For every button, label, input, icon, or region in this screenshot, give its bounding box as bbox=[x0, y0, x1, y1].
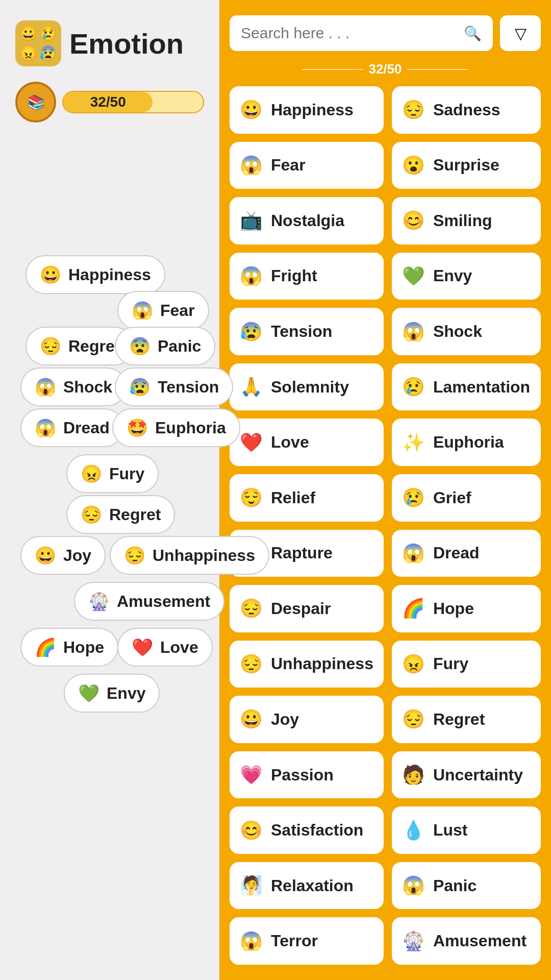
item-label: Uncertainty bbox=[433, 766, 523, 785]
grid-item[interactable]: 😢Grief bbox=[392, 474, 541, 522]
item-label: Joy bbox=[271, 710, 299, 729]
item-emoji: 😱 bbox=[240, 155, 263, 176]
grid-item[interactable]: 😱Dread bbox=[392, 530, 541, 577]
grid-item[interactable]: 😮Surprise bbox=[392, 142, 541, 189]
grid-item[interactable]: 😠Fury bbox=[392, 641, 541, 688]
item-emoji: 😠 bbox=[402, 653, 425, 675]
grid-item[interactable]: 😀Happiness bbox=[230, 86, 384, 134]
left-chip[interactable]: 😱Dread bbox=[20, 408, 124, 447]
item-label: Fright bbox=[271, 266, 317, 285]
item-label: Grief bbox=[433, 488, 471, 507]
item-emoji: 😢 bbox=[402, 487, 425, 508]
left-chip[interactable]: 😱Fear bbox=[117, 291, 209, 330]
item-emoji: 😱 bbox=[402, 875, 425, 896]
grid-item[interactable]: 😢Lamentation bbox=[392, 363, 541, 411]
item-label: Tension bbox=[271, 322, 332, 341]
item-label: Shock bbox=[433, 322, 482, 341]
item-emoji: 🙏 bbox=[240, 376, 263, 398]
grid-item[interactable]: 😱Terror bbox=[230, 917, 384, 965]
item-emoji: 😔 bbox=[402, 99, 425, 120]
item-emoji: 💗 bbox=[240, 764, 263, 786]
score-value: 32/50 bbox=[368, 61, 402, 77]
left-chip[interactable]: 😀Happiness bbox=[26, 255, 165, 294]
left-chip[interactable]: 😨Panic bbox=[115, 327, 215, 365]
chip-label: Unhappiness bbox=[153, 546, 255, 565]
search-bar: 🔍 ▽ bbox=[230, 15, 541, 51]
left-chip[interactable]: 🌈Hope bbox=[20, 628, 118, 667]
right-panel: 🔍 ▽ 32/50 😀Happiness😔Sadness😱Fear😮Surpri… bbox=[219, 0, 551, 980]
item-emoji: 😀 bbox=[240, 99, 263, 120]
search-input[interactable] bbox=[241, 24, 458, 42]
grid-item[interactable]: 📺Nostalgia bbox=[230, 197, 384, 244]
grid-item[interactable]: 😊Smiling bbox=[392, 197, 541, 244]
grid-item[interactable]: 😱Fear bbox=[230, 142, 384, 189]
item-emoji: 😊 bbox=[402, 210, 425, 231]
grid-item[interactable]: 💗Passion bbox=[230, 751, 384, 799]
grid-item[interactable]: 😱Panic bbox=[392, 862, 541, 910]
grid-item[interactable]: ✨Euphoria bbox=[392, 419, 541, 466]
item-label: Unhappiness bbox=[271, 654, 373, 673]
filter-button[interactable]: ▽ bbox=[500, 15, 541, 51]
item-label: Surprise bbox=[433, 156, 499, 175]
left-chip[interactable]: 😔Unhappiness bbox=[110, 536, 269, 575]
app-header: 😀 😢 😠 😰 Emotion bbox=[15, 20, 204, 66]
left-chip[interactable]: 🤩Euphoria bbox=[112, 408, 240, 447]
grid-item[interactable]: 😔Sadness bbox=[392, 86, 541, 134]
grid-item[interactable]: 🧖Relaxation bbox=[230, 862, 384, 910]
left-chip[interactable]: 😔Regret bbox=[66, 495, 175, 534]
chip-label: Regret bbox=[68, 337, 120, 356]
left-chip[interactable]: 😰Tension bbox=[115, 368, 233, 406]
item-emoji: ❤️ bbox=[240, 432, 263, 453]
item-emoji: 😱 bbox=[402, 321, 425, 342]
item-label: Panic bbox=[433, 876, 477, 895]
item-label: Regret bbox=[433, 710, 485, 729]
grid-item[interactable]: 😱Shock bbox=[392, 308, 541, 355]
grid-item[interactable]: 😌Relief bbox=[230, 474, 384, 522]
grid-item[interactable]: 😱Fright bbox=[230, 253, 384, 300]
chip-emoji: 😔 bbox=[40, 336, 61, 356]
left-chip[interactable]: 💚Envy bbox=[64, 674, 160, 713]
item-emoji: 🌈 bbox=[402, 598, 425, 619]
item-label: Lust bbox=[433, 821, 468, 840]
grid-item[interactable]: 😊Satisfaction bbox=[230, 806, 384, 854]
chip-emoji: 😰 bbox=[129, 377, 151, 397]
left-chip[interactable]: 😱Shock bbox=[20, 368, 127, 406]
grid-item[interactable]: 😀Joy bbox=[230, 696, 384, 743]
chip-label: Fear bbox=[160, 301, 195, 320]
grid-item[interactable]: 🌈Hope bbox=[392, 585, 541, 632]
grid-item[interactable]: 💚Envy bbox=[392, 253, 541, 300]
grid-item[interactable]: 🎡Amusement bbox=[392, 917, 541, 965]
search-input-wrapper[interactable]: 🔍 bbox=[230, 15, 493, 51]
progress-fill: 32/50 bbox=[63, 92, 153, 112]
left-chip[interactable]: 🎡Amusement bbox=[74, 582, 224, 621]
chip-label: Panic bbox=[158, 337, 201, 356]
item-label: Lamentation bbox=[433, 378, 530, 397]
chip-emoji: 😱 bbox=[132, 300, 153, 321]
grid-item[interactable]: 🧑Uncertainty bbox=[392, 751, 541, 799]
item-label: Envy bbox=[433, 266, 472, 285]
item-label: Relaxation bbox=[271, 876, 354, 895]
item-label: Despair bbox=[271, 599, 331, 618]
progress-text: 32/50 bbox=[90, 94, 126, 110]
item-emoji: 🧑 bbox=[402, 764, 425, 786]
grid-item[interactable]: 😔Regret bbox=[392, 696, 541, 743]
grid-item[interactable]: 😔Unhappiness bbox=[230, 641, 384, 688]
grid-item[interactable]: 💧Lust bbox=[392, 806, 541, 854]
item-label: Passion bbox=[271, 766, 334, 785]
left-chip[interactable]: 😀Joy bbox=[20, 536, 106, 575]
left-chip[interactable]: ❤️Love bbox=[117, 628, 213, 667]
grid-item[interactable]: 😔Despair bbox=[230, 585, 384, 632]
chip-emoji: 😔 bbox=[81, 504, 102, 525]
chip-emoji: 😀 bbox=[35, 545, 56, 566]
chip-label: Regret bbox=[109, 505, 161, 524]
chip-label: Shock bbox=[63, 378, 112, 397]
progress-track: 32/50 bbox=[62, 91, 204, 113]
chip-emoji: ❤️ bbox=[132, 637, 153, 657]
chip-emoji: 😨 bbox=[129, 336, 151, 356]
grid-item[interactable]: 😰Tension bbox=[230, 308, 384, 355]
item-label: Love bbox=[271, 433, 309, 452]
item-emoji: 💧 bbox=[402, 820, 425, 841]
grid-item[interactable]: 🙏Solemnity bbox=[230, 363, 384, 411]
left-chip[interactable]: 😠Fury bbox=[66, 454, 159, 493]
grid-item[interactable]: ❤️Love bbox=[230, 419, 384, 466]
